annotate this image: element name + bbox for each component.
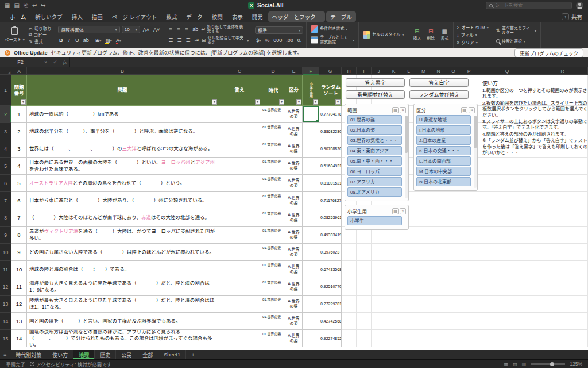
- copy-button[interactable]: ⧉コピー: [29, 32, 52, 38]
- cell-elementary[interactable]: [303, 330, 319, 347]
- slicer-item[interactable]: J.日本の産業: [416, 136, 471, 145]
- cell-number[interactable]: 3: [11, 140, 27, 158]
- cell-styles-button[interactable]: セルのスタイル▾: [362, 30, 405, 39]
- cell-kubun[interactable]: A.世界の姿: [285, 192, 303, 209]
- cell-number[interactable]: 6: [11, 192, 27, 209]
- normal-view-icon[interactable]: ▦: [504, 362, 509, 367]
- cell-number[interactable]: 10: [11, 261, 27, 278]
- accessibility-status[interactable]: アクセシビリティ: 検討が必要です: [30, 361, 111, 367]
- column-header-C[interactable]: C: [218, 67, 261, 75]
- cell-elementary[interactable]: [303, 227, 319, 244]
- cell-era[interactable]: 01.世界の姿: [261, 261, 285, 278]
- format-cells-button[interactable]: ▦書式: [439, 29, 450, 41]
- cell-random[interactable]: 0.427425681: [319, 313, 342, 330]
- column-header-N[interactable]: N: [431, 67, 446, 75]
- cell-answer[interactable]: [218, 175, 261, 192]
- cell-era[interactable]: 01.世界の姿: [261, 175, 285, 192]
- page-layout-view-icon[interactable]: ▤: [513, 362, 517, 367]
- cell-question[interactable]: 地球の北半分を（ ）、南半分を（ ）と呼ぶ。季節は逆になる。: [27, 123, 218, 140]
- column-header-A[interactable]: A: [11, 67, 27, 75]
- cell-kubun[interactable]: A.世界の姿: [285, 313, 303, 330]
- cell-elementary[interactable]: [303, 106, 319, 123]
- answer-black-button[interactable]: 答え黒字: [346, 78, 405, 87]
- cell-era[interactable]: 01.世界の姿: [261, 158, 285, 175]
- row-header-5[interactable]: 5: [0, 158, 11, 175]
- cell-era[interactable]: 01.世界の姿: [261, 313, 285, 330]
- cell-random[interactable]: 0.3976023: [319, 244, 342, 261]
- insert-cells-button[interactable]: ⊞挿入: [411, 29, 423, 41]
- cell-random[interactable]: 0.674335682: [319, 261, 342, 278]
- cell-elementary[interactable]: [303, 209, 319, 227]
- filter-button[interactable]: ▼: [296, 99, 301, 105]
- row-header-6[interactable]: 6: [0, 175, 11, 192]
- column-header-O[interactable]: O: [446, 67, 461, 75]
- cell-answer[interactable]: [218, 313, 261, 330]
- cell-elementary[interactable]: [303, 192, 319, 209]
- font-color-button[interactable]: A▾: [115, 37, 122, 43]
- cell-kubun[interactable]: A.世界の姿: [285, 140, 303, 158]
- cell-kubun[interactable]: A.世界の姿: [285, 158, 303, 175]
- sort-random-button[interactable]: ランダム並び替え: [409, 90, 469, 99]
- cell-answer[interactable]: [218, 330, 261, 347]
- delete-cells-button[interactable]: ⊟削除: [425, 29, 436, 41]
- slicer-item[interactable]: 03.世界の気候と・・・: [347, 136, 402, 145]
- cell-number[interactable]: 7: [11, 209, 27, 227]
- cell-random[interactable]: 0.386822805: [319, 123, 342, 140]
- slicer-item[interactable]: 06.ヨーロッパ: [347, 167, 402, 176]
- decrease-decimal-icon[interactable]: 0.: [296, 37, 303, 43]
- row-header-4[interactable]: 4: [0, 140, 11, 158]
- column-header-I[interactable]: I: [357, 67, 372, 75]
- column-header-F[interactable]: F: [303, 67, 319, 75]
- sheet-tab-Sheet1[interactable]: Sheet1: [158, 350, 186, 359]
- cell-number[interactable]: 11: [11, 278, 27, 296]
- align-right-icon[interactable]: ☰: [184, 37, 191, 43]
- text-orientation-icon[interactable]: ab: [191, 26, 199, 32]
- ribbon-tab-データ[interactable]: データ: [182, 12, 207, 22]
- column-header-P[interactable]: P: [461, 67, 477, 75]
- row-header-7[interactable]: 7: [0, 192, 11, 209]
- cell-kubun[interactable]: A.世界の姿: [285, 330, 303, 347]
- cell-random[interactable]: 0.907088209: [319, 140, 342, 158]
- column-header-E[interactable]: E: [285, 67, 303, 75]
- multiselect-icon[interactable]: ▤: [392, 107, 399, 113]
- column-header-H[interactable]: H: [342, 67, 357, 75]
- column-header-M[interactable]: M: [416, 67, 431, 75]
- sheet-tab-使い方[interactable]: 使い方: [47, 350, 74, 359]
- cell-number[interactable]: 2: [11, 123, 27, 140]
- row-header-1[interactable]: 1: [0, 75, 11, 106]
- formula-input[interactable]: [69, 57, 588, 67]
- cell-random[interactable]: 0.922748527: [319, 330, 342, 347]
- autosum-button[interactable]: Σオート SUM▾: [457, 24, 489, 30]
- increase-decimal-icon[interactable]: .00: [285, 37, 295, 43]
- ribbon-tab-数式[interactable]: 数式: [162, 12, 181, 22]
- strikethrough-button[interactable]: ab: [82, 37, 90, 43]
- cell-question[interactable]: （ ）大陸はそのほとんどが南半球にあり、赤道はその大陸の北部を通る。: [27, 209, 218, 227]
- cell-kubun[interactable]: A.世界の姿: [285, 244, 303, 261]
- column-header-L[interactable]: L: [401, 67, 416, 75]
- cell-kubun[interactable]: A.世界の姿: [285, 261, 303, 278]
- ribbon-tab-新しいタブ[interactable]: 新しいタブ: [31, 12, 67, 22]
- cell-era[interactable]: 01.世界の姿: [261, 278, 285, 296]
- cell-elementary[interactable]: [303, 123, 319, 140]
- cell-question[interactable]: 赤道がヴィクトリア湖を通る（ ）大陸は、かつてヨーロッパに支配された国が多い。: [27, 227, 218, 244]
- cell-question[interactable]: 日本から東に進むと（ ）大陸があり、（ ）州に分類されている。: [27, 192, 218, 209]
- filter-button[interactable]: ▼: [335, 99, 341, 105]
- italic-button[interactable]: I: [66, 37, 72, 43]
- cell-question[interactable]: 国境の決め方は山や湖などの自然のほかに、アフリカに多く見られる（ 、 ）で分けら…: [27, 330, 218, 347]
- column-header-Q[interactable]: Q: [477, 67, 537, 75]
- cell-era[interactable]: 01.世界の姿: [261, 192, 285, 209]
- align-bottom-icon[interactable]: ≡: [183, 26, 189, 32]
- sheet-tab-時代別対策[interactable]: 時代別対策: [10, 350, 47, 359]
- ribbon-tab-ページ レイアウト[interactable]: ページ レイアウト: [108, 12, 161, 22]
- underline-button[interactable]: U: [74, 37, 80, 43]
- cell-elementary[interactable]: [303, 140, 319, 158]
- slicer-scrollbar[interactable]: [474, 116, 477, 188]
- cell-kubun[interactable]: A.世界の姿: [285, 106, 303, 123]
- filter-button[interactable]: ▼: [313, 99, 318, 105]
- format-painter-button[interactable]: ✎書式: [29, 38, 52, 44]
- cancel-icon[interactable]: ×: [41, 59, 50, 65]
- row-header-13[interactable]: 13: [0, 296, 11, 313]
- comma-style-icon[interactable]: 000: [272, 37, 283, 43]
- cell-question[interactable]: どの国にも属さない大陸である（ ）は陸上のほとんどが氷に覆われている。: [27, 244, 218, 261]
- fx-icon[interactable]: fx: [60, 59, 70, 65]
